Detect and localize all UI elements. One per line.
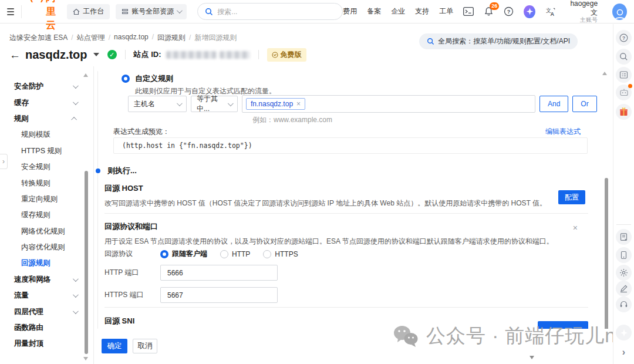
site-switch-caret-icon[interactable] bbox=[93, 53, 99, 56]
operator-select-value: 等于其中... bbox=[197, 94, 228, 114]
account-type: 主账号 bbox=[567, 16, 598, 23]
sidebar-scroll-up-icon[interactable] bbox=[83, 73, 88, 77]
navbar-right: 费用 备案 企业 支持 工单 26 ? 文A haogege文 bbox=[343, 0, 627, 23]
or-button[interactable]: Or bbox=[572, 96, 596, 112]
account-resources-select[interactable]: 账号全部资源 bbox=[116, 4, 187, 19]
partially-hidden-blue-button[interactable] bbox=[538, 321, 588, 329]
assistant-plane-icon[interactable] bbox=[524, 5, 535, 18]
origin-host-title: 回源 HOST bbox=[104, 183, 588, 194]
breadcrumb-site[interactable]: nasqdz.top bbox=[114, 33, 154, 43]
breadcrumb-site-management[interactable]: 站点管理 bbox=[77, 33, 110, 43]
rail-assistant-plane-icon[interactable] bbox=[616, 325, 632, 341]
language-translate-icon[interactable]: 文A bbox=[545, 7, 556, 16]
value-input[interactable]: fn.nasqdz.top × bbox=[242, 95, 535, 113]
cancel-button[interactable]: 取消 bbox=[133, 339, 157, 353]
sidebar-item-content-optimization-rules[interactable]: 内容优化规则 bbox=[0, 240, 93, 255]
sidebar-group-traffic[interactable]: 流量 bbox=[0, 288, 93, 304]
sidebar-item-function-routes[interactable]: 函数路由 bbox=[0, 320, 93, 336]
field-select[interactable]: 主机名 bbox=[128, 96, 187, 112]
cloudshell-icon[interactable] bbox=[463, 7, 474, 16]
sidebar-item-usage-cap[interactable]: 用量封顶 bbox=[0, 336, 93, 352]
rail-expand-chevron-icon[interactable]: › bbox=[616, 344, 632, 360]
chevron-down-icon bbox=[73, 292, 79, 298]
rail-divider bbox=[616, 224, 631, 225]
rail-help-icon[interactable]: ? bbox=[616, 30, 632, 46]
https-port-input[interactable] bbox=[160, 287, 278, 303]
sidebar-group-speed-network[interactable]: 速度和网络 bbox=[0, 272, 93, 288]
global-top-search[interactable] bbox=[197, 3, 343, 20]
protocol-option-http[interactable]: HTTP bbox=[220, 250, 250, 258]
protocol-option-follow-client[interactable]: 跟随客户端 bbox=[160, 249, 207, 259]
nav-item-support[interactable]: 支持 bbox=[415, 6, 429, 16]
http-port-input[interactable] bbox=[160, 265, 278, 281]
content-scroll-up-icon[interactable] bbox=[602, 72, 607, 75]
breadcrumb-origin-rules[interactable]: 回源规则 bbox=[157, 33, 191, 43]
rail-settings-gear-icon[interactable] bbox=[616, 265, 632, 281]
notifications-bell-icon[interactable]: 26 bbox=[484, 6, 494, 16]
then-execute-label: 则执行... bbox=[107, 166, 137, 176]
account-resources-label: 账号全部资源 bbox=[131, 6, 174, 16]
sidebar-group-rules[interactable]: 规则 bbox=[0, 111, 93, 127]
sidebar-item-origin-rules-active[interactable]: 回源规则 bbox=[0, 255, 93, 271]
bell-badge: 26 bbox=[490, 2, 499, 10]
svg-text:?: ? bbox=[622, 35, 625, 41]
sidebar-item-redirect-rules[interactable]: 重定向规则 bbox=[0, 191, 93, 207]
origin-protocol-desc: 用于设定 ESA 节点回源请求使用的协议，以及与协议对应的源站端口。ESA 节点… bbox=[104, 236, 588, 247]
edit-expression-link[interactable]: 编辑表达式 bbox=[545, 127, 581, 137]
back-arrow-icon[interactable]: ← bbox=[9, 49, 21, 60]
rail-survey-icon[interactable] bbox=[616, 67, 632, 83]
sidebar-scrollbar[interactable] bbox=[85, 171, 88, 354]
hamburger-menu-icon[interactable] bbox=[7, 8, 14, 15]
sidebar-group-cache[interactable]: 缓存 bbox=[0, 95, 93, 110]
breadcrumb-esa[interactable]: 边缘安全加速 ESA bbox=[9, 33, 73, 43]
sidebar-item-https-rules[interactable]: HTTPS 规则 bbox=[0, 143, 93, 159]
user-info[interactable]: haogege文 主账号 bbox=[567, 0, 598, 23]
rail-robot-icon[interactable] bbox=[616, 85, 632, 100]
nav-item-billing[interactable]: 费用 bbox=[343, 6, 357, 16]
custom-rule-label: 自定义规则 bbox=[135, 75, 276, 83]
avatar[interactable] bbox=[612, 4, 627, 20]
sidebar-item-rule-template[interactable]: 规则模版 bbox=[0, 127, 93, 143]
home-icon bbox=[73, 8, 80, 15]
custom-rule-radio[interactable] bbox=[122, 75, 130, 83]
aliyun-logo[interactable]: (-) 阿里云 bbox=[28, 0, 59, 32]
sidebar-group-layer4-proxy[interactable]: 四层代理 bbox=[0, 304, 93, 319]
svg-text:A: A bbox=[550, 11, 554, 16]
operator-select[interactable]: 等于其中... bbox=[191, 96, 238, 112]
close-section-icon[interactable]: × bbox=[573, 224, 578, 232]
configure-button[interactable]: 配置 bbox=[558, 190, 585, 204]
rail-gift-icon[interactable] bbox=[616, 104, 632, 120]
help-icon[interactable]: ? bbox=[504, 6, 514, 16]
rail-docs-icon[interactable] bbox=[616, 229, 632, 245]
sidebar-item-transform-rules[interactable]: 转换规则 bbox=[0, 175, 93, 191]
global-search-pill[interactable]: 全局搜索：搜菜单/功能/规则配置/文档/API bbox=[419, 33, 578, 49]
rail-support-headset-icon[interactable] bbox=[616, 296, 632, 312]
plan-badge[interactable]: 免费版 bbox=[267, 48, 306, 62]
section-divider-2 bbox=[104, 307, 588, 308]
page-title[interactable]: nasqdz.top bbox=[25, 48, 87, 62]
sidebar-item-network-optimization-rules[interactable]: 网络优化规则 bbox=[0, 224, 93, 240]
sidebar-item-security-rules[interactable]: 安全规则 bbox=[0, 159, 93, 175]
tag-remove-icon[interactable]: × bbox=[296, 100, 301, 108]
protocol-option-https[interactable]: HTTPS bbox=[263, 250, 298, 258]
protocol-label: 回源协议 bbox=[104, 249, 160, 259]
rail-mobile-icon[interactable] bbox=[616, 247, 632, 263]
nav-item-icp[interactable]: 备案 bbox=[367, 6, 381, 16]
nav-item-enterprise[interactable]: 企业 bbox=[391, 6, 405, 16]
rail-feedback-pencil-icon[interactable] bbox=[616, 281, 632, 296]
sidebar-scroll-down-icon[interactable] bbox=[83, 357, 88, 360]
content-scroll-down-icon[interactable] bbox=[530, 356, 534, 359]
confirm-button[interactable]: 确定 bbox=[102, 339, 127, 353]
and-button[interactable]: And bbox=[539, 96, 568, 112]
sidebar-collapse-handle[interactable]: › bbox=[0, 154, 8, 169]
search-input[interactable] bbox=[217, 8, 335, 16]
global-search-label: 全局搜索：搜菜单/功能/规则配置/文档/API bbox=[438, 36, 570, 46]
svg-text:?: ? bbox=[507, 9, 511, 15]
nav-item-ticket[interactable]: 工单 bbox=[439, 6, 453, 16]
rail-search-icon[interactable] bbox=[616, 49, 632, 65]
chevron-down-icon bbox=[73, 99, 79, 105]
sidebar-group-security-protection[interactable]: 安全防护 bbox=[0, 79, 93, 95]
workbench-button[interactable]: 工作台 bbox=[67, 4, 110, 19]
content-scrollbar[interactable] bbox=[605, 178, 608, 329]
sidebar-item-cache-rules[interactable]: 缓存规则 bbox=[0, 207, 93, 223]
